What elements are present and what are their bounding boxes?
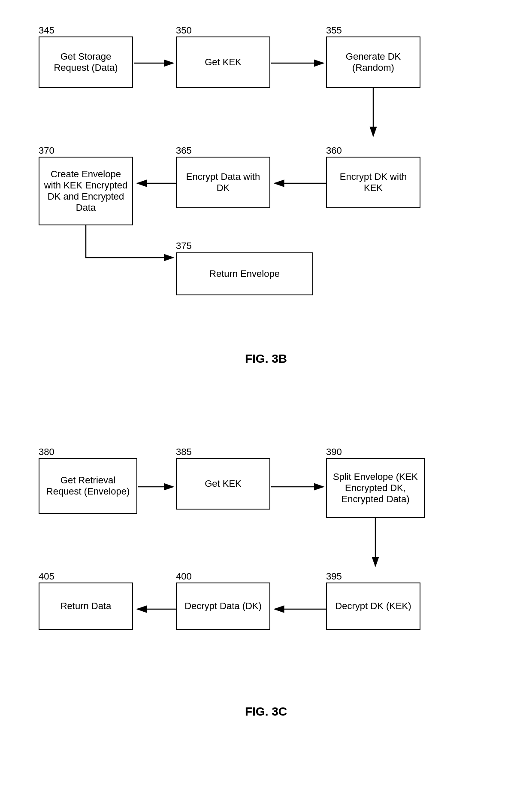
box-360: Encrypt DK with KEK [326, 157, 420, 208]
box-400: Decrypt Data (DK) [176, 583, 270, 630]
box-365: Encrypt Data with DK [176, 157, 270, 208]
box-385: Get KEK [176, 458, 270, 510]
arrow-355-360 [368, 88, 378, 140]
box-345: Get Storage Request (Data) [39, 36, 133, 88]
fig3c-label: FIG. 3C [26, 705, 506, 719]
step-num-350: 350 [176, 25, 192, 36]
arrow-365-370 [134, 178, 177, 188]
arrow-360-365 [271, 178, 327, 188]
box-380: Get Retrieval Request (Envelope) [39, 458, 137, 514]
step-num-365: 365 [176, 145, 192, 156]
box-355: Generate DK (Random) [326, 36, 420, 88]
section-separator [0, 387, 532, 422]
arrow-345-350 [134, 58, 177, 68]
fig3b-section: 345 350 355 Get Storage Request (Data) G… [0, 0, 532, 387]
fig3b-label: FIG. 3B [26, 352, 506, 366]
box-350: Get KEK [176, 36, 270, 88]
fig3b-diagram: 345 350 355 Get Storage Request (Data) G… [26, 17, 506, 343]
step-num-375: 375 [176, 240, 192, 252]
fig3c-section: 380 385 390 Get Retrieval Request (Envel… [0, 422, 532, 740]
step-num-355: 355 [326, 25, 342, 36]
arrow-395-400 [271, 604, 327, 614]
step-num-360: 360 [326, 145, 342, 156]
step-num-345: 345 [39, 25, 54, 36]
arrow-400-405 [134, 604, 177, 614]
step-num-380: 380 [39, 446, 54, 458]
arrow-385-390 [271, 482, 327, 492]
step-num-390: 390 [326, 446, 342, 458]
arrow-390-395 [370, 518, 381, 570]
step-num-405: 405 [39, 571, 54, 582]
step-num-400: 400 [176, 571, 192, 582]
arrow-380-385 [138, 482, 177, 492]
box-405: Return Data [39, 583, 133, 630]
fig3c-diagram: 380 385 390 Get Retrieval Request (Envel… [26, 439, 506, 696]
arrow-370-375 [39, 225, 177, 296]
step-num-385: 385 [176, 446, 192, 458]
step-num-395: 395 [326, 571, 342, 582]
box-390: Split Envelope (KEK Encrypted DK, Encryp… [326, 458, 425, 518]
arrow-350-355 [271, 58, 327, 68]
step-num-370: 370 [39, 145, 54, 156]
box-375: Return Envelope [176, 252, 313, 295]
box-370: Create Envelope with KEK Encrypted DK an… [39, 157, 133, 225]
box-395: Decrypt DK (KEK) [326, 583, 420, 630]
